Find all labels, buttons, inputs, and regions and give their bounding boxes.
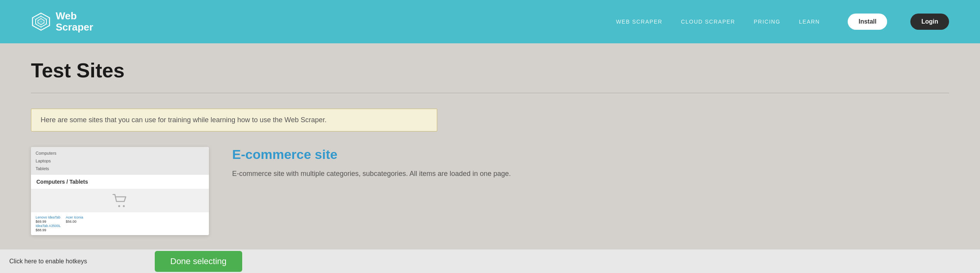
nav-item-cloud-scraper[interactable]: CLOUD SCRAPER	[681, 19, 735, 25]
preview-item-1-price: $69.99	[36, 220, 46, 224]
logo-web: Web	[56, 10, 93, 22]
page-title: Test Sites	[31, 59, 949, 82]
logo[interactable]: Web Scraper	[31, 10, 93, 32]
svg-point-7	[123, 205, 125, 207]
logo-text: Web Scraper	[56, 10, 93, 32]
divider	[31, 93, 949, 93]
nav-item-pricing[interactable]: PRICING	[754, 19, 780, 25]
done-selecting-button[interactable]: Done selecting	[155, 251, 242, 272]
preview-item-1-model-price: $88.99	[36, 228, 46, 232]
preview-nav-tablets: Tablets	[36, 166, 204, 172]
header: Web Scraper WEB SCRAPER CLOUD SCRAPER PR…	[0, 0, 980, 43]
content-grid: Computers Laptops Tablets Computers / Ta…	[31, 147, 949, 235]
install-button[interactable]: Install	[848, 14, 887, 30]
main-content: Test Sites Here are some sites that you …	[0, 43, 980, 235]
login-button[interactable]: Login	[910, 14, 949, 30]
preview-image-area	[31, 189, 209, 212]
preview-item-2-name: Acer Iconia	[66, 215, 83, 219]
preview-heading: Computers / Tablets	[31, 175, 209, 189]
preview-item-1-name: Lenovo IdeaTab	[36, 215, 60, 219]
site-info: E-commerce site E-commerce site with mul…	[232, 147, 949, 179]
preview-nav-computers: Computers	[36, 150, 204, 156]
cart-icon	[112, 194, 128, 208]
hotkeys-button[interactable]: Click here to enable hotkeys	[0, 249, 155, 273]
preview-items: Lenovo IdeaTab $69.99 IdeaTab A3500L $88…	[31, 212, 209, 235]
preview-item-2: Acer Iconia $56.00	[66, 215, 93, 232]
webscraper-logo-icon	[31, 12, 51, 32]
preview-item-1-model: IdeaTab A3500L	[36, 224, 61, 228]
nav-item-web-scraper[interactable]: WEB SCRAPER	[616, 19, 662, 25]
info-box: Here are some sites that you can use for…	[31, 109, 437, 131]
svg-point-6	[118, 205, 120, 207]
main-nav: WEB SCRAPER CLOUD SCRAPER PRICING LEARN …	[616, 14, 949, 30]
logo-scraper: Scraper	[56, 22, 93, 33]
nav-item-learn[interactable]: LEARN	[799, 19, 820, 25]
site-preview[interactable]: Computers Laptops Tablets Computers / Ta…	[31, 147, 209, 235]
site-description: E-commerce site with multiple categories…	[232, 168, 949, 179]
preview-nav: Computers Laptops Tablets	[31, 147, 209, 175]
info-box-text: Here are some sites that you can use for…	[41, 116, 327, 124]
preview-nav-laptops: Laptops	[36, 158, 204, 164]
bottom-bar: Click here to enable hotkeys Done select…	[0, 249, 980, 273]
preview-item-2-price: $56.00	[66, 220, 77, 224]
site-title: E-commerce site	[232, 147, 949, 162]
preview-item-1: Lenovo IdeaTab $69.99 IdeaTab A3500L $88…	[36, 215, 63, 232]
